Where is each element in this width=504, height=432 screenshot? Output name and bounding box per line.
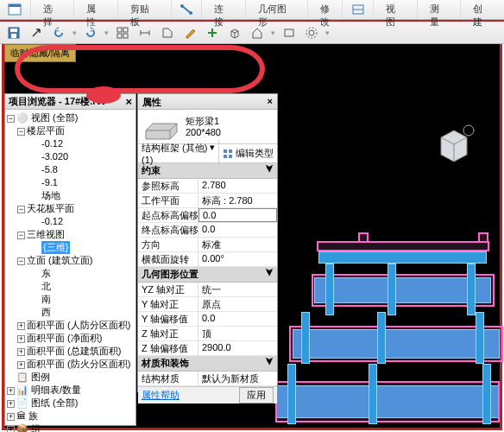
lbl-orient: 方向 (138, 238, 198, 251)
pen-icon[interactable] (181, 24, 198, 41)
val-zoff[interactable]: 2900.0 (198, 341, 277, 355)
ribbon-tab-geom[interactable]: 几何图形 (246, 0, 308, 19)
grid-icon[interactable] (114, 24, 131, 41)
tree-level[interactable]: -5.8 (7, 163, 134, 176)
properties-help-link[interactable]: 属性帮助 (142, 389, 180, 402)
lbl-y: Y 轴对正 (138, 297, 198, 311)
val-z[interactable]: 顶 (198, 327, 277, 340)
view-icon[interactable] (280, 24, 298, 41)
browser-tree[interactable]: −⚪ 视图 (全部) −楼层平面 -0.12 -3.020 -5.8 -9.1 … (5, 110, 135, 432)
val-rotation[interactable]: 0.00° (198, 252, 277, 266)
tree-level[interactable]: 场地 (7, 189, 134, 202)
tree-area4[interactable]: 面积平面 (防火分区面积) (27, 359, 130, 369)
close-icon[interactable]: × (268, 96, 273, 107)
lbl-z: Z 轴对正 (138, 327, 198, 340)
tree-fam[interactable]: 族 (28, 410, 38, 421)
temp-hide-isolate-badge[interactable]: 临时隐藏/隔离 (4, 44, 76, 62)
lbl-end-offset: 终点标高偏移 (138, 223, 198, 237)
svg-rect-23 (224, 149, 227, 153)
type-thumbnail-row[interactable]: 矩形梁1 200*480 (138, 110, 277, 144)
gear-icon[interactable] (303, 24, 320, 41)
val-ref-level[interactable]: 2.780 (198, 179, 277, 193)
svg-point-21 (306, 28, 317, 38)
svg-rect-12 (117, 34, 122, 38)
tree-sched[interactable]: 明细表/数量 (31, 384, 81, 395)
ribbon-tab-clip[interactable]: 剪贴板 (118, 0, 172, 19)
edit-type-button[interactable]: 编辑类型 (219, 145, 277, 162)
val-end-offset[interactable]: 0.0 (198, 223, 277, 237)
tree-floorplan[interactable]: 楼层平面 (27, 125, 65, 136)
ribbon-tab-props[interactable]: 属性 (74, 0, 118, 19)
cube-icon[interactable] (226, 24, 243, 41)
tree-area1[interactable]: 面积平面 (人防分区面积) (27, 320, 130, 330)
svg-point-3 (180, 4, 184, 8)
group-geom[interactable]: 几何图形位置⮟ (138, 267, 277, 283)
val-start-offset[interactable]: 0.0 (198, 208, 277, 222)
chevron-down-icon: ▾ (210, 142, 215, 165)
properties-title: 属性 (142, 96, 161, 107)
svg-rect-9 (11, 34, 16, 38)
svg-rect-25 (224, 155, 227, 158)
tree-elev-item[interactable]: 西 (7, 306, 134, 319)
lbl-ref-level: 参照标高 (138, 179, 198, 193)
tree-level[interactable]: -3.020 (7, 150, 134, 163)
lbl-zoff: Z 轴偏移值 (138, 341, 198, 355)
ribbon-tab-connect[interactable]: 连接 (202, 0, 246, 19)
tree-area2[interactable]: 面积平面 (净面积) (27, 333, 102, 343)
apply-button[interactable]: 应用 (239, 387, 274, 403)
svg-rect-10 (117, 28, 122, 32)
svg-point-4 (189, 11, 192, 15)
val-material[interactable]: 默认为新材质 (198, 372, 277, 385)
properties-header[interactable]: 属性 × (138, 94, 277, 110)
family-name: 矩形梁1 (186, 116, 221, 127)
tag-icon[interactable] (159, 24, 176, 41)
tree-area3[interactable]: 面积平面 (总建筑面积) (27, 346, 121, 356)
tree-elev-item[interactable]: 南 (7, 293, 134, 306)
ribbon-icon-connect[interactable] (172, 0, 203, 19)
val-orient[interactable]: 标准 (198, 238, 277, 251)
ribbon-tab-measure[interactable]: 测量 (418, 0, 462, 19)
group-material[interactable]: 材质和装饰⮟ (138, 356, 277, 372)
instance-selector[interactable]: 结构框架 (其他) (1)▾ (138, 140, 219, 167)
tree-3d[interactable]: 三维视图 (27, 229, 65, 239)
ribbon-tab-create[interactable]: 创建 (461, 0, 504, 19)
tree-level[interactable]: -0.12 (7, 137, 134, 150)
project-browser-header[interactable]: 项目浏览器 - 17#楼.rvt × (5, 94, 135, 110)
val-yz[interactable]: 统一 (198, 283, 277, 296)
svg-rect-1 (9, 4, 21, 7)
tree-elev-item[interactable]: 北 (7, 280, 134, 293)
undo-icon[interactable] (50, 24, 67, 41)
tree-level[interactable]: -0.12 (7, 215, 134, 228)
tree-legend[interactable]: 图例 (31, 372, 50, 382)
close-icon[interactable]: × (125, 95, 132, 108)
tree-ceiling[interactable]: 天花板平面 (27, 203, 74, 213)
val-y[interactable]: 原点 (198, 297, 277, 311)
tree-elev-item[interactable]: 东 (7, 267, 134, 280)
svg-rect-8 (10, 29, 17, 32)
svg-point-20 (309, 30, 314, 35)
tree-views-root[interactable]: 视图 (全部) (31, 112, 78, 123)
ribbon-icon-view[interactable] (343, 0, 374, 19)
save-icon[interactable] (5, 24, 22, 41)
tree-grp[interactable]: 组 (31, 423, 41, 432)
ribbon-tab-modify[interactable]: 修改 (308, 0, 343, 19)
tree-level[interactable]: -9.1 (7, 176, 134, 189)
edit-type-icon (223, 149, 233, 159)
val-yoff[interactable]: 0.0 (198, 312, 277, 326)
val-workplane[interactable]: 标高 : 2.780 (198, 194, 277, 207)
svg-point-22 (463, 125, 474, 136)
svg-rect-26 (229, 155, 232, 158)
quick-access-toolbar: ▾ ▾ ▾ ▾ (0, 20, 504, 44)
ribbon-tab-select[interactable]: 选择 (31, 0, 75, 19)
tree-elev[interactable]: 立面 (建筑立面) (27, 255, 92, 265)
expand-icon: ⮟ (266, 268, 274, 281)
expand-icon: ⮟ (266, 164, 274, 177)
lbl-start-offset: 起点标高偏移 (138, 208, 198, 222)
tree-3d-selected[interactable]: {三维} (41, 241, 70, 254)
nav-cube[interactable] (432, 122, 476, 165)
panel-icon[interactable] (0, 0, 31, 19)
tree-sheets[interactable]: 图纸 (全部) (31, 397, 78, 408)
svg-rect-11 (123, 28, 128, 32)
ribbon-tab-view[interactable]: 视图 (374, 0, 418, 19)
project-browser-title: 项目浏览器 - 17#楼.rvt (9, 95, 104, 108)
